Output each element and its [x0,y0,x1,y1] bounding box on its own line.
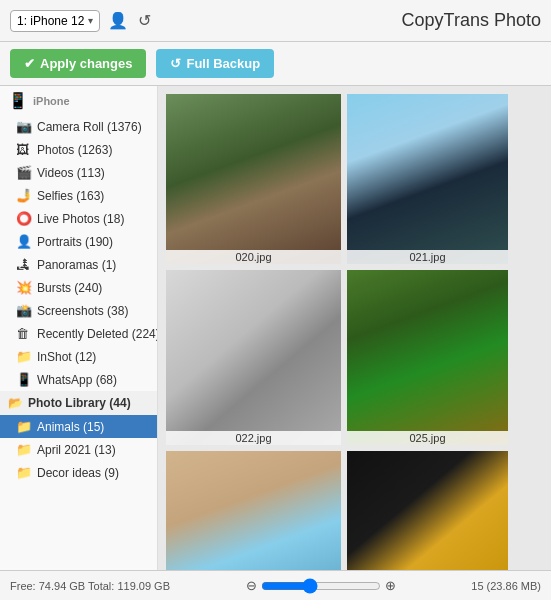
sidebar-item-label: Selfies (163) [37,189,104,203]
zoom-slider[interactable] [261,578,381,594]
sidebar-item-decor-ideas[interactable]: 📁 Decor ideas (9) [0,461,157,484]
animals-icon: 📁 [16,419,32,434]
statusbar: Free: 74.94 GB Total: 119.09 GB ⊖ ⊕ 15 (… [0,570,551,600]
photo-library-label: Photo Library (44) [28,396,131,410]
phone-icon: 📱 [8,91,28,110]
sidebar-iphone-label: iPhone [33,95,70,107]
sidebar-item-label: Decor ideas (9) [37,466,119,480]
photos-icon: 🖼 [16,142,32,157]
screenshots-icon: 📸 [16,303,32,318]
disk-info: Free: 74.94 GB Total: 119.09 GB [10,580,170,592]
panoramas-icon: 🏞 [16,257,32,272]
photo-content-area: 020.jpg 021.jpg 022.jpg 025.jpg [158,86,551,570]
sidebar-item-label: Screenshots (38) [37,304,128,318]
apply-label: Apply changes [40,56,132,71]
photo-library-header[interactable]: 📂 Photo Library (44) [0,391,157,415]
sidebar-item-panoramas[interactable]: 🏞 Panoramas (1) [0,253,157,276]
toolbar: ✔ Apply changes ↺ Full Backup [0,42,551,86]
sidebar-item-photos[interactable]: 🖼 Photos (1263) [0,138,157,161]
portraits-icon: 👤 [16,234,32,249]
sidebar-item-label: Portraits (190) [37,235,113,249]
apply-changes-button[interactable]: ✔ Apply changes [10,49,146,78]
main-layout: 📱 iPhone 📷 Camera Roll (1376) 🖼 Photos (… [0,86,551,570]
zoom-out-icon[interactable]: ⊖ [246,578,257,593]
sidebar-item-label: April 2021 (13) [37,443,116,457]
selfies-icon: 🤳 [16,188,32,203]
photo-grid: 020.jpg 021.jpg 022.jpg 025.jpg [166,94,543,570]
whatsapp-icon: 📱 [16,372,32,387]
sidebar-item-label: WhatsApp (68) [37,373,117,387]
sidebar-item-label: Photos (1263) [37,143,112,157]
sidebar-item-portraits[interactable]: 👤 Portraits (190) [0,230,157,253]
photo-item-021[interactable]: 021.jpg [347,94,508,264]
photo-filename-022: 022.jpg [166,431,341,445]
photo-item-025[interactable]: 025.jpg [347,270,508,445]
bursts-icon: 💥 [16,280,32,295]
topbar: 1: iPhone 12 ▾ 👤 ↺ CopyTrans Photo [0,0,551,42]
sidebar-item-whatsapp[interactable]: 📱 WhatsApp (68) [0,368,157,391]
sidebar-item-label: Bursts (240) [37,281,102,295]
sidebar-item-recently-deleted[interactable]: 🗑 Recently Deleted (224) [0,322,157,345]
live-photos-icon: ⭕ [16,211,32,226]
app-title: CopyTrans Photo [402,10,541,31]
videos-icon: 🎬 [16,165,32,180]
sidebar-item-selfies[interactable]: 🤳 Selfies (163) [0,184,157,207]
sidebar-iphone-header[interactable]: 📱 iPhone [0,86,157,115]
refresh-button[interactable]: ↺ [136,9,153,32]
sidebar-item-label: Animals (15) [37,420,104,434]
device-label: 1: iPhone 12 [17,14,84,28]
photo-item-026[interactable] [166,451,341,570]
sidebar-item-inshot[interactable]: 📁 InShot (12) [0,345,157,368]
sidebar-item-label: Videos (113) [37,166,105,180]
camera-roll-icon: 📷 [16,119,32,134]
backup-label: Full Backup [186,56,260,71]
checkmark-icon: ✔ [24,56,35,71]
chevron-down-icon: ▾ [88,15,93,26]
sidebar-item-april-2021[interactable]: 📁 April 2021 (13) [0,438,157,461]
folder-icon: 📂 [8,396,23,410]
sidebar-item-label: Live Photos (18) [37,212,124,226]
sidebar-item-camera-roll[interactable]: 📷 Camera Roll (1376) [0,115,157,138]
zoom-controls: ⊖ ⊕ [170,578,471,594]
sidebar-item-bursts[interactable]: 💥 Bursts (240) [0,276,157,299]
april-icon: 📁 [16,442,32,457]
account-button[interactable]: 👤 [106,9,130,32]
sidebar-item-label: Panoramas (1) [37,258,116,272]
decor-icon: 📁 [16,465,32,480]
photo-filename-020: 020.jpg [166,250,341,264]
backup-icon: ↺ [170,56,181,71]
sidebar-item-videos[interactable]: 🎬 Videos (113) [0,161,157,184]
device-selector[interactable]: 1: iPhone 12 ▾ [10,10,100,32]
photo-item-022[interactable]: 022.jpg [166,270,341,445]
sidebar: 📱 iPhone 📷 Camera Roll (1376) 🖼 Photos (… [0,86,158,570]
recently-deleted-icon: 🗑 [16,326,32,341]
photo-item-027[interactable] [347,451,508,570]
inshot-icon: 📁 [16,349,32,364]
sidebar-item-animals[interactable]: 📁 Animals (15) [0,415,157,438]
sidebar-item-label: InShot (12) [37,350,96,364]
zoom-in-icon[interactable]: ⊕ [385,578,396,593]
photo-count: 15 (23.86 MB) [471,580,541,592]
sidebar-item-live-photos[interactable]: ⭕ Live Photos (18) [0,207,157,230]
sidebar-item-label: Recently Deleted (224) [37,327,157,341]
photo-filename-025: 025.jpg [347,431,508,445]
sidebar-item-screenshots[interactable]: 📸 Screenshots (38) [0,299,157,322]
topbar-left: 1: iPhone 12 ▾ 👤 ↺ [10,9,153,32]
photo-filename-021: 021.jpg [347,250,508,264]
sidebar-item-label: Camera Roll (1376) [37,120,142,134]
photo-item-020[interactable]: 020.jpg [166,94,341,264]
full-backup-button[interactable]: ↺ Full Backup [156,49,274,78]
